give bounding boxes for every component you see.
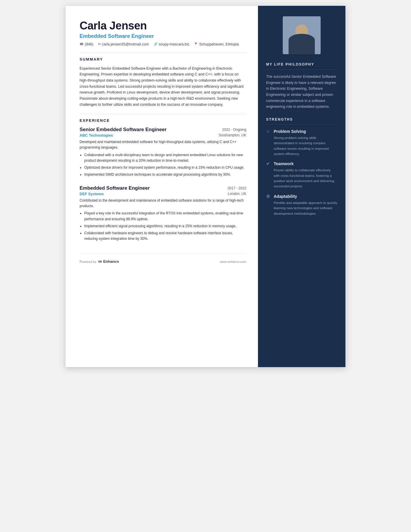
- exp-location-2: London, UK: [228, 192, 246, 196]
- candidate-photo: [283, 16, 321, 54]
- exp-dates-2: 2017 - 2022: [228, 185, 246, 190]
- enhancv-logo: ∞ Enhancv: [98, 258, 119, 265]
- experience-divider: [80, 114, 246, 114]
- link-icon: 🔗: [154, 42, 158, 46]
- exp-location-1: Southampton, UK: [219, 133, 246, 138]
- exp-bullet-1-1: Collaborated with a multi-disciplinary t…: [84, 152, 246, 164]
- location-icon: 📍: [194, 42, 198, 46]
- contact-phone: ☎ (946): [80, 42, 93, 46]
- phone-icon: ☎: [80, 42, 84, 46]
- exp-desc-2: Contributed to the development and maint…: [80, 198, 246, 209]
- email-icon: ✉: [98, 42, 101, 46]
- exp-desc-1: Developed and maintained embedded softwa…: [80, 139, 246, 150]
- strength-name-3: Adaptability: [274, 194, 297, 199]
- summary-section-title: SUMMARY: [80, 57, 246, 61]
- strength-header-2: ✔ Teamwork: [266, 161, 337, 166]
- contact-location: 📍 Schuppehaven, Ethiopia: [194, 42, 239, 46]
- exp-bullet-2-1: Played a key role in the successful inte…: [84, 211, 246, 222]
- strength-desc-2: Proven ability to collaborate effectivel…: [266, 168, 337, 189]
- logo-icon: ∞: [98, 258, 102, 265]
- exp-role-1: Senior Embedded Software Engineer: [80, 127, 167, 133]
- candidate-name: Carla Jensen: [80, 20, 246, 32]
- exp-bullet-1-3: Implemented SIMD architecture techniques…: [84, 172, 246, 178]
- strength-item-3: ⚙ Adaptability Flexible and adaptable ap…: [266, 194, 337, 216]
- exp-company-row-1: ABC Technologies Southampton, UK: [80, 133, 246, 138]
- strength-header-1: ☆ Problem Solving: [266, 129, 337, 134]
- name-section: Carla Jensen Embedded Software Engineer: [80, 20, 246, 39]
- philosophy-text: The successful Senior Embedded Software …: [266, 74, 337, 110]
- exp-bullet-2-2: Implemented efficient signal processing …: [84, 223, 246, 229]
- experience-section-title: EXPERIENCE: [80, 118, 246, 123]
- brand-name: Enhancv: [103, 259, 119, 264]
- contact-info: ☎ (946) ✉ carla.jensen35@hotmail.com 🔗 s…: [80, 42, 246, 46]
- exp-header-2: Embedded Software Engineer 2017 - 2022: [80, 185, 246, 191]
- strength-header-3: ⚙ Adaptability: [266, 194, 337, 199]
- experience-entry-2: Embedded Software Engineer 2017 - 2022 D…: [80, 185, 246, 242]
- photo-area: [258, 6, 345, 62]
- strength-icon-3: ⚙: [266, 194, 271, 199]
- strength-icon-1: ☆: [266, 129, 271, 134]
- exp-bullets-2: Played a key role in the successful inte…: [80, 211, 246, 242]
- candidate-title: Embedded Software Engineer: [80, 33, 246, 39]
- resume-container: Carla Jensen Embedded Software Engineer …: [66, 6, 345, 367]
- summary-divider: [80, 53, 246, 53]
- exp-company-2: DEF Systems: [80, 192, 104, 196]
- strength-name-1: Problem Solving: [274, 129, 306, 134]
- experience-entry-1: Senior Embedded Software Engineer 2022 -…: [80, 127, 246, 178]
- philosophy-title: MY LIFE PHILOSOPHY: [266, 62, 337, 66]
- exp-company-row-2: DEF Systems London, UK: [80, 192, 246, 196]
- left-footer: Powered by ∞ Enhancv www.enhancv.com: [80, 253, 246, 265]
- exp-role-2: Embedded Software Engineer: [80, 185, 150, 191]
- strength-item-1: ☆ Problem Solving Strong problem-solving…: [266, 129, 337, 157]
- exp-header-1: Senior Embedded Software Engineer 2022 -…: [80, 127, 246, 133]
- exp-bullet-1-2: Optimized device drivers for improved sy…: [84, 165, 246, 171]
- strengths-section: STRENGTHS ☆ Problem Solving Strong probl…: [258, 117, 345, 221]
- contact-email: ✉ carla.jensen35@hotmail.com: [98, 42, 149, 46]
- strength-icon-2: ✔: [266, 161, 271, 166]
- strength-desc-3: Flexible and adaptable approach to quick…: [266, 200, 337, 216]
- philosophy-section: MY LIFE PHILOSOPHY The successful Senior…: [258, 62, 345, 110]
- strengths-divider: [266, 124, 337, 125]
- summary-text: Experienced Senior Embedded Software Eng…: [80, 66, 246, 108]
- strength-name-2: Teamwork: [274, 161, 294, 166]
- exp-dates-1: 2022 - Ongoing: [222, 127, 246, 132]
- footer-url: www.enhancv.com: [220, 260, 246, 263]
- strength-desc-1: Strong problem-solving skills demonstrat…: [266, 135, 337, 157]
- powered-by-label: Powered by: [80, 260, 96, 263]
- exp-bullet-2-3: Collaborated with hardware engineers to …: [84, 230, 246, 242]
- exp-bullets-1: Collaborated with a multi-disciplinary t…: [80, 152, 246, 178]
- philosophy-divider: [266, 69, 337, 70]
- strength-item-2: ✔ Teamwork Proven ability to collaborate…: [266, 161, 337, 189]
- contact-website: 🔗 soupy-mascara.biz: [154, 42, 189, 46]
- right-column: MY LIFE PHILOSOPHY The successful Senior…: [258, 6, 345, 367]
- exp-company-1: ABC Technologies: [80, 133, 113, 138]
- powered-by-section: Powered by ∞ Enhancv: [80, 258, 119, 265]
- left-column: Carla Jensen Embedded Software Engineer …: [66, 6, 258, 367]
- strengths-title: STRENGTHS: [266, 117, 337, 121]
